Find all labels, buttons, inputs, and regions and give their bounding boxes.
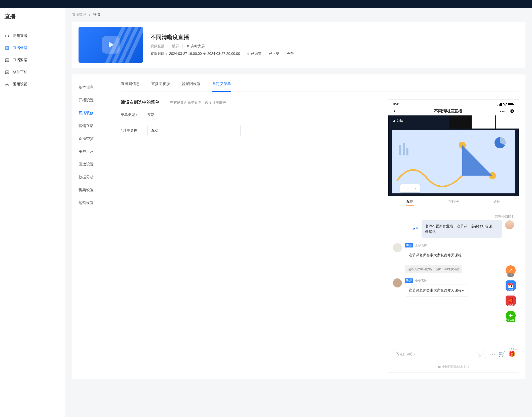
live-info-card: 不同清晰度直播 视频直播 横屏 实时大屏 直播时间： 2024-03-27 19… xyxy=(72,22,525,68)
share-icon[interactable]: ↗分享 xyxy=(506,265,516,275)
nav-live-manage[interactable]: 直播管理 xyxy=(0,42,65,54)
chart-icon xyxy=(5,58,10,63)
nav-item-label: 直播管理 xyxy=(13,46,27,50)
msg-username: 王芯老师 xyxy=(415,243,427,247)
msg-bubble: 老师布置新作业啦！这节课一定要好好听课、做笔记～ xyxy=(422,220,502,238)
submenu-replay[interactable]: 回放设置 xyxy=(79,158,112,171)
chat-tab-intro[interactable]: 介绍 xyxy=(475,196,519,210)
nav-item-label: 新建直播 xyxy=(13,34,27,38)
chat-tab-interact[interactable]: 互动 xyxy=(388,196,432,210)
nav-settings[interactable]: 通用设置 xyxy=(0,78,65,90)
chat-tabs: 互动 排行榜 介绍 xyxy=(388,196,519,210)
svg-rect-10 xyxy=(500,103,501,106)
next-icon[interactable]: › xyxy=(410,184,420,192)
avatar xyxy=(393,278,402,287)
submenu-ops[interactable]: 运营设置 xyxy=(79,196,112,209)
submenu-decoration[interactable]: 直播装修 xyxy=(79,107,112,119)
teacher-badge: 讲师 xyxy=(405,278,413,283)
signal-icon xyxy=(498,103,502,106)
svg-point-15 xyxy=(511,110,513,112)
download-icon xyxy=(5,70,10,75)
phone-time: 9:41 xyxy=(393,102,400,106)
gear-icon xyxy=(5,82,10,87)
phone-frame: 9:41 不同清晰度直播 xyxy=(388,99,519,373)
msg-username: 小小老师 xyxy=(415,278,427,283)
form-hint: 可在右侧界面新增菜单、改变菜单顺序 xyxy=(166,100,226,104)
phone-title: 不同清晰度直播 xyxy=(434,109,462,114)
calendar-icon[interactable]: 📅24:59 xyxy=(506,280,516,290)
status-icons xyxy=(498,103,514,106)
primary-sidebar: 直播 新建直播 直播管理 直播数据 软件下载 通用设置 xyxy=(0,8,65,417)
svg-rect-9 xyxy=(499,104,500,106)
nav-new-live[interactable]: 新建直播 xyxy=(0,30,65,42)
breadcrumb-current: 详情 xyxy=(93,13,100,17)
submenu-basic-info[interactable]: 基本信息 xyxy=(79,81,112,94)
battery-icon xyxy=(508,103,514,106)
gift-icon[interactable]: 🎁16.8w xyxy=(508,351,515,357)
live-meta: 不同清晰度直播 视频直播 横屏 实时大屏 直播时间： 2024-03-27 19… xyxy=(150,33,519,56)
wechat-icon[interactable]: ✚加满减 xyxy=(506,311,516,321)
video-player: 1.5w xyxy=(388,115,519,196)
menu-type-label: 菜单类型： xyxy=(121,113,147,117)
grid-icon xyxy=(5,46,10,51)
breadcrumb-sep: › xyxy=(89,13,90,17)
svg-rect-13 xyxy=(513,104,514,105)
prev-icon[interactable]: ‹ xyxy=(400,184,410,192)
menu-type-value: 互动 xyxy=(147,113,155,117)
plus-video-icon xyxy=(5,33,10,38)
submenu-commerce[interactable]: 直播带货 xyxy=(79,132,112,145)
nav-item-label: 直播数据 xyxy=(13,58,27,62)
redpacket-icon[interactable]: 🧧03:00 xyxy=(506,296,516,306)
tab-background[interactable]: 背景图设置 xyxy=(182,76,201,92)
main-content: 直播管理 › 详情 不同清晰度直播 视频直播 横屏 实时大屏 xyxy=(65,8,532,417)
app-title: 直播 xyxy=(0,13,65,25)
svg-rect-1 xyxy=(6,47,7,48)
submenu-user-ops[interactable]: 用户运营 xyxy=(79,145,112,158)
audience-count: 1.5w xyxy=(393,119,403,122)
nav-live-data[interactable]: 直播数据 xyxy=(0,54,65,66)
live-orientation: 横屏 xyxy=(168,44,182,49)
msg-bubble: 这节课老师会带大家复盘昨天课程～ xyxy=(405,284,469,296)
status-published: 已上架 xyxy=(265,52,283,56)
slide-pager[interactable]: ‹ › xyxy=(400,184,420,192)
breadcrumb-link[interactable]: 直播管理 xyxy=(72,13,86,17)
secondary-menu: 基本信息 开播设置 直播装修 营销互动 直播带货 用户运营 回放设置 数据分析 … xyxy=(79,76,112,373)
chat-tab-rank[interactable]: 排行榜 xyxy=(432,196,475,210)
tab-room-info[interactable]: 直播间信息 xyxy=(121,76,140,92)
live-type: 视频直播 xyxy=(150,44,168,49)
camera-tile xyxy=(449,115,471,129)
tab-custom-menu[interactable]: 自定义菜单 xyxy=(212,76,231,92)
back-icon[interactable] xyxy=(393,109,396,113)
submenu-analytics[interactable]: 数据分析 xyxy=(79,171,112,184)
chat-message: 讲师 王芯老师 这节课老师会带大家复盘昨天课程 xyxy=(393,243,514,261)
realtime-dashboard-link[interactable]: 实时大屏 xyxy=(182,44,208,49)
submenu-start-settings[interactable]: 开播设置 xyxy=(79,94,112,107)
ask-badge[interactable]: 问 xyxy=(477,352,483,357)
chat-message: 讲师 小小老师 这节课老师会带大家复盘昨天课程～ xyxy=(393,278,514,296)
price: 免费 xyxy=(283,52,297,56)
svg-rect-8 xyxy=(498,105,498,106)
submenu-sales[interactable]: 售卖设置 xyxy=(79,184,112,196)
svg-rect-0 xyxy=(5,35,8,37)
time-label: 直播时间： xyxy=(150,52,168,56)
submenu-marketing[interactable]: 营销互动 xyxy=(79,119,112,132)
live-title: 不同清晰度直播 xyxy=(150,33,519,41)
chat-input[interactable]: 说点什么吧～ 问 xyxy=(392,349,487,359)
camera-tile xyxy=(472,115,495,129)
top-bar xyxy=(0,0,532,8)
app-shell: 直播 新建直播 直播管理 直播数据 软件下载 通用设置 直播管理 › 详情 xyxy=(0,8,532,417)
svg-rect-12 xyxy=(508,103,513,105)
nav-download[interactable]: 软件下载 xyxy=(0,66,65,78)
revoke-button[interactable]: 撤回 xyxy=(412,227,419,231)
live-thumbnail xyxy=(79,27,143,63)
provider-footer: 小鹅通提供技术支持 xyxy=(388,362,519,372)
more-icon[interactable]: ••• xyxy=(500,109,505,113)
cart-icon[interactable]: 🛒 xyxy=(499,351,505,357)
menu-name-input[interactable] xyxy=(147,125,241,136)
more-options-icon[interactable]: ••• xyxy=(490,352,496,356)
target-icon[interactable] xyxy=(510,109,514,114)
phone-preview: 9:41 不同清晰度直播 xyxy=(388,99,519,373)
panel-body: 编辑右侧选中的菜单 可在右侧界面新增菜单、改变菜单顺序 菜单类型： 互动 *菜单… xyxy=(121,92,519,373)
tab-skin[interactable]: 直播间皮肤 xyxy=(151,76,170,92)
svg-rect-22 xyxy=(406,148,408,155)
